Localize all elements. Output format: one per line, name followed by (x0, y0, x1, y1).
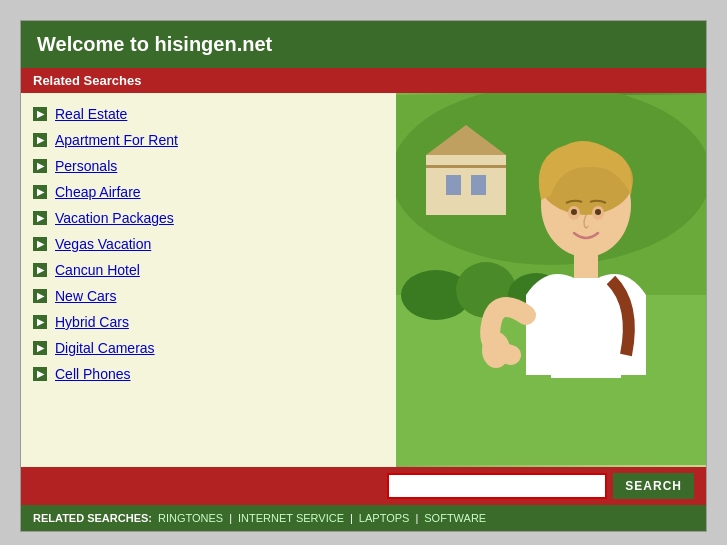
footer-link[interactable]: RINGTONES (158, 512, 223, 524)
link-arrow-icon: ▶ (33, 315, 47, 329)
link-arrow-icon: ▶ (33, 159, 47, 173)
link-item[interactable]: ▶Personals (21, 153, 396, 179)
svg-rect-14 (551, 278, 621, 378)
link-arrow-icon: ▶ (33, 133, 47, 147)
svg-point-19 (482, 332, 510, 368)
link-label: Apartment For Rent (55, 132, 178, 148)
site-title: Welcome to hisingen.net (37, 33, 272, 55)
link-label: Cell Phones (55, 366, 131, 382)
svg-rect-13 (574, 253, 598, 278)
link-arrow-icon: ▶ (33, 237, 47, 251)
search-button[interactable]: SEARCH (613, 473, 694, 499)
link-label: New Cars (55, 288, 116, 304)
footer-separator: | (229, 512, 232, 524)
image-panel (396, 93, 706, 467)
link-arrow-icon: ▶ (33, 211, 47, 225)
footer-link[interactable]: LAPTOPS (359, 512, 410, 524)
related-searches-label: Related Searches (33, 73, 141, 88)
link-label: Vacation Packages (55, 210, 174, 226)
link-item[interactable]: ▶Hybrid Cars (21, 309, 396, 335)
link-item[interactable]: ▶New Cars (21, 283, 396, 309)
link-label: Digital Cameras (55, 340, 155, 356)
photo-background (396, 93, 706, 467)
link-arrow-icon: ▶ (33, 367, 47, 381)
link-item[interactable]: ▶Vacation Packages (21, 205, 396, 231)
link-label: Cheap Airfare (55, 184, 141, 200)
link-label: Cancun Hotel (55, 262, 140, 278)
svg-point-18 (595, 209, 601, 215)
link-label: Vegas Vacation (55, 236, 151, 252)
link-label: Real Estate (55, 106, 127, 122)
svg-rect-5 (446, 175, 461, 195)
links-panel: ▶Real Estate▶Apartment For Rent▶Personal… (21, 93, 396, 467)
main-container: Welcome to hisingen.net Related Searches… (20, 20, 707, 532)
footer-separator: | (415, 512, 418, 524)
link-label: Personals (55, 158, 117, 174)
link-item[interactable]: ▶Vegas Vacation (21, 231, 396, 257)
related-searches-bar: Related Searches (21, 68, 706, 93)
svg-rect-6 (471, 175, 486, 195)
footer-link[interactable]: INTERNET SERVICE (238, 512, 344, 524)
svg-rect-3 (426, 155, 506, 215)
link-item[interactable]: ▶Apartment For Rent (21, 127, 396, 153)
person-image (396, 93, 706, 467)
footer-label: RELATED SEARCHES: (33, 512, 152, 524)
link-arrow-icon: ▶ (33, 289, 47, 303)
footer-separator: | (350, 512, 353, 524)
svg-point-17 (571, 209, 577, 215)
link-item[interactable]: ▶Real Estate (21, 101, 396, 127)
link-arrow-icon: ▶ (33, 185, 47, 199)
link-item[interactable]: ▶Cheap Airfare (21, 179, 396, 205)
footer-bar: RELATED SEARCHES: RINGTONES|INTERNET SER… (21, 505, 706, 531)
link-item[interactable]: ▶Digital Cameras (21, 335, 396, 361)
link-arrow-icon: ▶ (33, 341, 47, 355)
link-item[interactable]: ▶Cancun Hotel (21, 257, 396, 283)
link-label: Hybrid Cars (55, 314, 129, 330)
link-item[interactable]: ▶Cell Phones (21, 361, 396, 387)
content-area: ▶Real Estate▶Apartment For Rent▶Personal… (21, 93, 706, 467)
link-arrow-icon: ▶ (33, 107, 47, 121)
link-arrow-icon: ▶ (33, 263, 47, 277)
header-bar: Welcome to hisingen.net (21, 21, 706, 68)
search-bar-area: SEARCH (21, 467, 706, 505)
footer-link[interactable]: SOFTWARE (424, 512, 486, 524)
svg-rect-7 (426, 165, 506, 168)
search-input[interactable] (387, 473, 607, 499)
